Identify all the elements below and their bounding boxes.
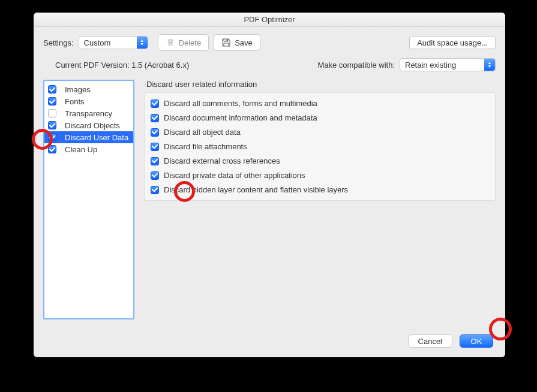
option-checkbox[interactable] [151, 186, 159, 194]
window-titlebar: PDF Optimizer [34, 13, 505, 27]
option-row: Discard all comments, forms and multimed… [151, 99, 489, 108]
delete-button[interactable]: Delete [158, 34, 209, 51]
option-checkbox[interactable] [151, 114, 159, 122]
main-area: ImagesFontsTransparencyDiscard ObjectsDi… [34, 80, 505, 319]
updown-arrows-icon: ▲▼ [137, 37, 148, 49]
option-row: Discard external cross references [151, 156, 489, 165]
sidebar-item-label: Images [65, 85, 91, 94]
sidebar-item[interactable]: Discard User Data [44, 131, 133, 143]
ok-button[interactable]: OK [460, 334, 493, 348]
audit-label: Audit space usage... [417, 38, 488, 47]
sidebar-item-label: Transparency [65, 109, 112, 118]
sidebar-item-label: Discard User Data [65, 133, 128, 142]
sidebar-item[interactable]: Clean Up [44, 143, 133, 155]
category-checkbox[interactable] [48, 145, 56, 153]
option-row: Discard file attachments [151, 142, 489, 151]
window-title: PDF Optimizer [244, 15, 295, 24]
option-label: Discard external cross references [164, 156, 280, 165]
version-row: Current PDF Version: 1.5 (Acrobat 6.x) M… [34, 56, 505, 80]
sidebar-item[interactable]: Discard Objects [44, 119, 133, 131]
delete-label: Delete [179, 38, 202, 47]
option-label: Discard all comments, forms and multimed… [164, 99, 317, 108]
cancel-label: Cancel [418, 337, 442, 346]
category-checkbox[interactable] [48, 97, 56, 105]
option-row: Discard document information and metadat… [151, 113, 489, 122]
option-label: Discard private data of other applicatio… [164, 171, 305, 180]
sidebar-item-label: Fonts [65, 97, 85, 106]
save-label: Save [235, 38, 253, 47]
sidebar-item-label: Clean Up [65, 145, 97, 154]
category-checkbox[interactable] [48, 109, 56, 117]
category-checkbox[interactable] [48, 133, 56, 141]
category-checkbox[interactable] [48, 85, 56, 94]
settings-label: Settings: [43, 38, 74, 47]
save-button[interactable]: Save [214, 34, 260, 51]
compatibility-select-value: Retain existing [405, 61, 484, 70]
option-checkbox[interactable] [151, 128, 159, 137]
dialog-footer: Cancel OK [408, 334, 493, 348]
pdf-optimizer-window: PDF Optimizer Settings: Custom ▲▼ Delete… [34, 13, 505, 357]
option-label: Discard all object data [164, 128, 241, 137]
option-checkbox[interactable] [151, 99, 159, 108]
option-row: Discard private data of other applicatio… [151, 171, 489, 180]
option-row: Discard all object data [151, 128, 489, 137]
updown-arrows-icon: ▲▼ [484, 59, 495, 71]
option-checkbox[interactable] [151, 171, 159, 180]
panel-title: Discard user related information [144, 80, 496, 89]
cancel-button[interactable]: Cancel [408, 334, 452, 348]
trash-icon [166, 38, 175, 47]
sidebar-item[interactable]: Transparency [44, 107, 133, 119]
option-checkbox[interactable] [151, 143, 159, 151]
option-row: Discard hidden layer content and flatten… [151, 185, 489, 194]
sidebar-item[interactable]: Images [44, 83, 133, 95]
option-checkbox[interactable] [151, 157, 159, 165]
audit-space-usage-button[interactable]: Audit space usage... [409, 36, 496, 49]
option-label: Discard hidden layer content and flatten… [164, 185, 348, 194]
compatibility-select[interactable]: Retain existing ▲▼ [400, 58, 496, 71]
settings-select[interactable]: Custom ▲▼ [79, 36, 148, 49]
current-pdf-version-label: Current PDF Version: 1.5 (Acrobat 6.x) [55, 61, 189, 70]
sidebar-item[interactable]: Fonts [44, 95, 133, 107]
content-panel: Discard user related information Discard… [144, 80, 496, 319]
option-label: Discard file attachments [164, 142, 247, 151]
settings-select-value: Custom [84, 38, 137, 47]
floppy-disk-icon [221, 38, 231, 47]
ok-label: OK [471, 337, 482, 346]
category-sidebar: ImagesFontsTransparencyDiscard ObjectsDi… [43, 80, 134, 319]
options-box: Discard all comments, forms and multimed… [144, 92, 496, 201]
make-compatible-label: Make compatible with: [317, 61, 395, 70]
toolbar: Settings: Custom ▲▼ Delete Save Audit sp… [34, 27, 505, 56]
option-label: Discard document information and metadat… [164, 113, 317, 122]
category-checkbox[interactable] [48, 121, 56, 129]
sidebar-item-label: Discard Objects [65, 121, 120, 130]
